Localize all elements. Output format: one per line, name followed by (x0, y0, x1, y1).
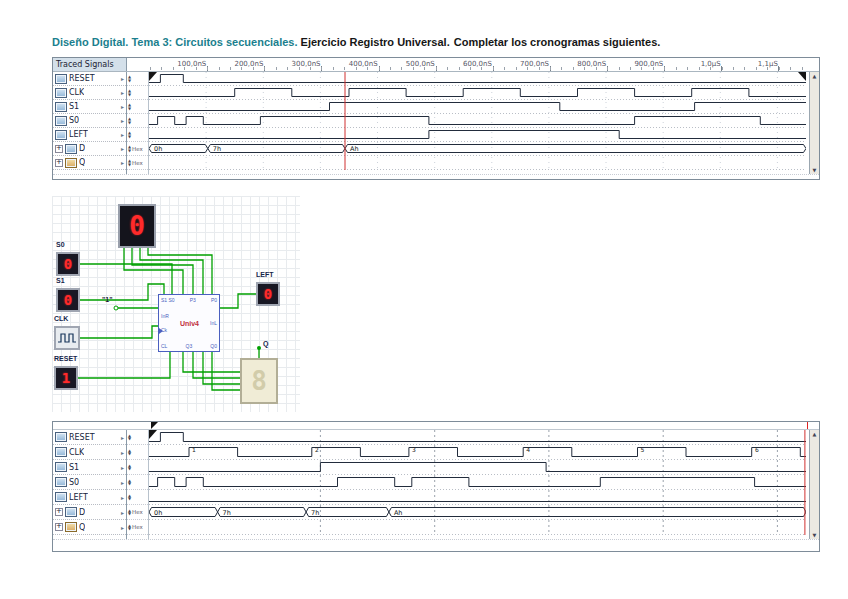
s0-label: S0 (56, 241, 65, 248)
signal-row-s1[interactable]: S1▸ (53, 460, 126, 475)
expand-icon[interactable]: + (55, 523, 63, 531)
ic-univ4[interactable]: S1 S0 P3 P0 InR Ck Univ4 InL CL Q3 Q0 (158, 294, 220, 352)
row-scale-controls[interactable]: ▲▼Hex (127, 142, 148, 156)
scale-arrows-icon[interactable]: ▲▼ (128, 159, 131, 166)
scale-arrows-icon[interactable]: ▲▼ (128, 479, 131, 486)
waveform-canvas[interactable]: 1234560h7h7hAh (149, 430, 806, 535)
signal-row-reset[interactable]: RESET▸ (53, 72, 126, 86)
switch-s0[interactable]: 0 (56, 252, 80, 276)
switch-left[interactable]: 0 (256, 282, 280, 306)
row-scale-controls[interactable]: ▲▼ (127, 128, 148, 142)
switch-s1[interactable]: 0 (56, 288, 80, 312)
ruler-tick-mark (721, 66, 722, 71)
signal-row-q[interactable]: +Q▸ (53, 156, 126, 170)
signal-direction-icon: ▸ (121, 464, 124, 471)
cursor-handle-left[interactable] (149, 430, 157, 439)
waveform-area[interactable]: 0h7hAh (149, 72, 809, 174)
scale-arrows-icon[interactable]: ▲▼ (128, 131, 131, 138)
signal-direction-icon: ▸ (121, 117, 124, 124)
scale-arrows-icon[interactable]: ▲▼ (128, 464, 131, 471)
signal-row-q[interactable]: +Q▸ (53, 520, 126, 535)
signal-row-clk[interactable]: CLK▸ (53, 86, 126, 100)
row-scale-controls[interactable]: ▲▼ (127, 460, 148, 475)
signal-direction-icon: ▸ (121, 434, 124, 441)
scale-arrows-icon[interactable]: ▲▼ (128, 89, 131, 96)
bus-value-label: Ah (350, 145, 359, 153)
radix-label: Hex (132, 146, 143, 152)
cursor-handle-left[interactable] (149, 72, 157, 81)
ruler-tick-mark (664, 66, 665, 71)
radix-label: Hex (132, 160, 143, 166)
waveform-canvas[interactable]: 0h7hAh (149, 72, 806, 170)
signal-name: S1 (69, 102, 79, 111)
row-scale-controls[interactable]: ▲▼ (127, 445, 148, 460)
scroll-down-icon[interactable]: ▼ (813, 167, 817, 173)
row-scale-controls[interactable]: ▲▼Hex (127, 520, 148, 535)
left-label: LEFT (256, 271, 274, 278)
time-tick-label: 1,1µS (758, 60, 778, 68)
expand-icon[interactable]: + (55, 145, 63, 153)
ic-pin-inl: InL (210, 320, 217, 326)
scale-arrows-icon[interactable]: ▲▼ (128, 103, 131, 110)
signal-name: S1 (69, 463, 79, 472)
signal-row-d[interactable]: +D▸ (53, 505, 126, 520)
scale-arrows-icon[interactable]: ▲▼ (128, 145, 131, 152)
signal-row-s1[interactable]: S1▸ (53, 100, 126, 114)
vertical-scrollbar[interactable]: ▲ ▼ (809, 430, 819, 539)
signal-list: RESET▸CLK▸S1▸S0▸LEFT▸+D▸+Q▸ (53, 430, 127, 539)
title-instruction: Completar los cronogramas siguientes. (454, 36, 661, 48)
signal-row-reset[interactable]: RESET▸ (53, 430, 126, 445)
wave-s1 (149, 103, 806, 111)
scroll-down-icon[interactable]: ▼ (813, 532, 817, 538)
row-scale-controls[interactable]: ▲▼ (127, 86, 148, 100)
row-scale-controls[interactable]: ▲▼Hex (127, 156, 148, 170)
time-cursor-mark[interactable] (807, 422, 808, 429)
signal-direction-icon: ▸ (121, 75, 124, 82)
scroll-up-icon[interactable]: ▲ (813, 431, 817, 437)
scroll-up-icon[interactable]: ▲ (813, 73, 817, 79)
scale-arrows-icon[interactable]: ▲▼ (128, 117, 131, 124)
wave-left (149, 131, 806, 139)
constant-one-label: "1" (102, 296, 113, 303)
scale-arrows-icon[interactable]: ▲▼ (128, 509, 131, 516)
signal-row-s0[interactable]: S0▸ (53, 114, 126, 128)
ic-bottom-pins: CL Q3 Q0 (161, 343, 217, 349)
row-scale-controls[interactable]: ▲▼ (127, 430, 148, 445)
row-scale-controls[interactable]: ▲▼ (127, 114, 148, 128)
cursor-handle-right[interactable] (798, 72, 806, 81)
expand-icon[interactable]: + (55, 508, 63, 516)
bus-d (218, 508, 307, 517)
clock-generator[interactable] (54, 326, 80, 350)
signal-row-s0[interactable]: S0▸ (53, 475, 126, 490)
signal-row-clk[interactable]: CLK▸ (53, 445, 126, 460)
expand-icon[interactable]: + (55, 159, 63, 167)
traced-signals-label: Traced Signals (53, 58, 127, 71)
switch-reset[interactable]: 1 (54, 366, 78, 390)
time-ruler[interactable]: 100,0nS200,0nS300,0nS400,0nS500,0nS600,0… (127, 58, 819, 71)
ruler-tick-mark (207, 66, 208, 71)
row-scale-controls[interactable]: ▲▼Hex (127, 505, 148, 520)
signal-list: RESET▸CLK▸S1▸S0▸LEFT▸+D▸+Q▸ (53, 72, 127, 174)
scale-arrows-icon[interactable]: ▲▼ (128, 75, 131, 82)
scale-arrows-icon[interactable]: ▲▼ (128, 449, 131, 456)
panel-footer-strip (53, 539, 819, 551)
row-scale-controls[interactable]: ▲▼ (127, 475, 148, 490)
cursor-handle-left[interactable] (151, 422, 158, 429)
waveform-area[interactable]: 1234560h7h7hAh (149, 430, 809, 539)
row-scale-controls[interactable]: ▲▼ (127, 490, 148, 505)
row-scale-controls[interactable]: ▲▼ (127, 72, 148, 86)
scale-arrows-icon[interactable]: ▲▼ (128, 494, 131, 501)
bus-value-label: 7h (213, 145, 221, 153)
scale-arrows-icon[interactable]: ▲▼ (128, 434, 131, 441)
signal-row-d[interactable]: +D▸ (53, 142, 126, 156)
scale-arrows-icon[interactable]: ▲▼ (128, 524, 131, 531)
wave-s0 (149, 478, 806, 487)
vertical-scrollbar[interactable]: ▲ ▼ (809, 72, 819, 174)
clock-wave-icon (57, 332, 77, 344)
cursor-strip[interactable] (53, 422, 819, 430)
circuit-schematic: 0 S0 0 S1 0 CLK RESET 1 "1" S1 S0 P3 P0 … (52, 196, 300, 412)
row-scale-controls[interactable]: ▲▼ (127, 100, 148, 114)
signal-row-left[interactable]: LEFT▸ (53, 490, 126, 505)
ruler-tick-mark (321, 66, 322, 71)
signal-row-left[interactable]: LEFT▸ (53, 128, 126, 142)
